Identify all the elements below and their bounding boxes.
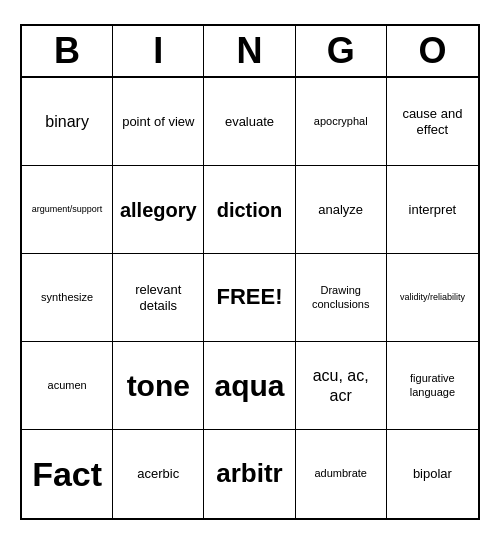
bingo-cell-22: arbitr — [204, 430, 295, 518]
bingo-cell-18: acu, ac, acr — [296, 342, 387, 430]
bingo-cell-21: acerbic — [113, 430, 204, 518]
bingo-cell-9: interpret — [387, 166, 478, 254]
bingo-cell-1: point of view — [113, 78, 204, 166]
bingo-cell-5: argument/support — [22, 166, 113, 254]
bingo-header: BINGO — [22, 26, 478, 78]
bingo-cell-6: allegory — [113, 166, 204, 254]
header-letter-g: G — [296, 26, 387, 76]
bingo-cell-11: relevant details — [113, 254, 204, 342]
bingo-cell-17: aqua — [204, 342, 295, 430]
header-letter-o: O — [387, 26, 478, 76]
bingo-cell-20: Fact — [22, 430, 113, 518]
bingo-cell-8: analyze — [296, 166, 387, 254]
bingo-cell-2: evaluate — [204, 78, 295, 166]
bingo-cell-15: acumen — [22, 342, 113, 430]
bingo-cell-13: Drawing conclusions — [296, 254, 387, 342]
bingo-cell-19: figurative language — [387, 342, 478, 430]
header-letter-b: B — [22, 26, 113, 76]
header-letter-i: I — [113, 26, 204, 76]
bingo-cell-14: validity/reliability — [387, 254, 478, 342]
bingo-cell-24: bipolar — [387, 430, 478, 518]
bingo-cell-10: synthesize — [22, 254, 113, 342]
header-letter-n: N — [204, 26, 295, 76]
bingo-cell-12: FREE! — [204, 254, 295, 342]
bingo-cell-16: tone — [113, 342, 204, 430]
bingo-grid: binarypoint of viewevaluateapocryphalcau… — [22, 78, 478, 518]
bingo-cell-23: adumbrate — [296, 430, 387, 518]
bingo-cell-3: apocryphal — [296, 78, 387, 166]
bingo-cell-0: binary — [22, 78, 113, 166]
bingo-cell-7: diction — [204, 166, 295, 254]
bingo-card: BINGO binarypoint of viewevaluateapocryp… — [20, 24, 480, 520]
bingo-cell-4: cause and effect — [387, 78, 478, 166]
